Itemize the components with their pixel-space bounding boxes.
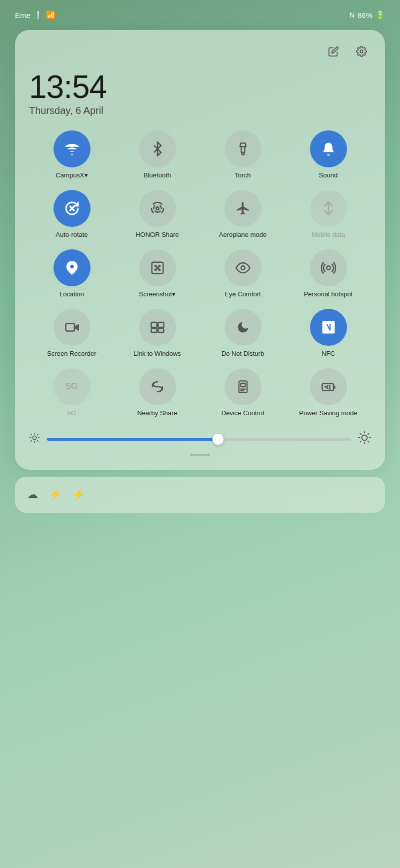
location-tile-icon: [54, 249, 90, 286]
devicecontrol-tile-label: Device Control: [222, 409, 264, 418]
svg-point-8: [70, 265, 74, 269]
5g-tile-icon: 5G: [54, 368, 90, 405]
svg-point-14: [158, 265, 160, 267]
svg-point-1: [71, 154, 72, 155]
svg-point-40: [362, 435, 368, 441]
rotate-icon: [64, 200, 80, 216]
tile-eyecomfort[interactable]: Eye Comfort: [200, 249, 286, 299]
screenshot-tile-label: Screenshot▾: [139, 290, 176, 299]
5g-tile-label: 5G: [68, 409, 76, 418]
tile-powersaving[interactable]: Power Saving mode: [286, 368, 371, 418]
powersaving-icon: [321, 379, 336, 394]
svg-point-16: [241, 266, 245, 270]
tile-honorshare[interactable]: HONOR Share: [114, 190, 200, 239]
nearbyshare-tile-label: Nearby Share: [137, 409, 177, 418]
wifi-tile-icon: [54, 130, 90, 167]
eyecomfort-tile-label: Eye Comfort: [224, 290, 260, 299]
tile-sound[interactable]: Sound: [286, 130, 371, 180]
hotspot-tile-icon: [310, 249, 347, 286]
sound-tile-icon: [310, 130, 347, 167]
aeroplane-tile-label: Aeroplane mode: [219, 231, 266, 239]
cloud-icon: ☁: [27, 488, 38, 501]
svg-point-13: [158, 269, 160, 270]
eyecomfort-tile-icon: [224, 249, 262, 286]
gear-icon: [356, 46, 367, 57]
notification-panel: 13:54 Thursday, 6 April CampusX▾: [15, 30, 385, 470]
hotspot-tile-label: Personal hotspot: [304, 290, 353, 299]
screenrecorder-tile-icon: [54, 309, 90, 346]
tile-bluetooth[interactable]: Bluetooth: [114, 130, 200, 180]
nearbyshare-icon: [150, 379, 165, 394]
sound-tile-label: Sound: [319, 171, 338, 180]
settings-button[interactable]: [352, 42, 371, 61]
tile-nfc[interactable]: NFC: [286, 309, 371, 358]
nfc-tile-icon: [310, 309, 347, 346]
tile-devicecontrol[interactable]: Device Control: [200, 368, 286, 418]
honorshare-tile-icon: [139, 190, 176, 227]
devicecontrol-icon: [236, 380, 250, 394]
usb-icon-2: ⚡: [72, 488, 85, 501]
tile-autorotate[interactable]: Auto-rotate: [29, 190, 114, 239]
panel-header: [29, 42, 371, 61]
svg-rect-2: [241, 146, 244, 152]
svg-rect-19: [151, 322, 156, 327]
svg-rect-18: [66, 323, 74, 331]
plane-icon: [236, 201, 250, 216]
svg-point-6: [156, 207, 158, 209]
tile-nearbyshare[interactable]: Nearby Share: [114, 368, 200, 418]
tile-5g[interactable]: 5G 5G: [29, 368, 114, 418]
brightness-control[interactable]: [29, 431, 371, 447]
autorotate-tile-label: Auto-rotate: [56, 231, 88, 239]
share-waves-icon: [150, 200, 166, 216]
tile-torch[interactable]: Torch: [200, 130, 286, 180]
nfc-icon: [321, 320, 336, 335]
honorshare-tile-label: HONOR Share: [136, 231, 179, 239]
donotdisturb-tile-icon: [224, 309, 262, 346]
tile-aeroplane[interactable]: Aeroplane mode: [200, 190, 286, 239]
screenrec-icon: [64, 320, 80, 335]
svg-rect-28: [322, 383, 334, 390]
brightness-thumb[interactable]: [212, 434, 224, 445]
clock-display: 13:54: [29, 71, 371, 103]
eye-icon: [236, 260, 250, 275]
bluetooth-tile-label: Bluetooth: [144, 171, 171, 180]
tile-screenrecorder[interactable]: Screen Recorder: [29, 309, 114, 358]
tile-wifi[interactable]: CampusX▾: [29, 130, 114, 180]
moon-icon: [236, 320, 250, 334]
battery-icon: 🔋: [376, 10, 385, 19]
svg-line-39: [38, 434, 38, 435]
tile-linktowindows[interactable]: Link to Windows: [114, 309, 200, 358]
swipe-handle: [190, 454, 210, 456]
nearbyshare-tile-icon: [139, 368, 176, 405]
mobiledata-tile-icon: [310, 190, 347, 227]
svg-line-34: [31, 434, 32, 435]
brightness-track[interactable]: [47, 438, 351, 441]
svg-point-15: [155, 269, 156, 270]
svg-line-44: [368, 441, 369, 442]
status-right: N 86% 🔋: [350, 10, 385, 19]
location-tile-label: Location: [60, 290, 84, 299]
svg-point-31: [32, 436, 36, 440]
tile-screenshot[interactable]: Screenshot▾: [114, 249, 200, 299]
bottom-status-bar: ☁ ⚡ ⚡: [15, 477, 385, 513]
screenshot-tile-icon: [139, 249, 176, 286]
svg-rect-25: [240, 383, 245, 387]
tile-location[interactable]: Location: [29, 249, 114, 299]
brightness-low-icon: [29, 432, 40, 446]
torch-tile-label: Torch: [235, 171, 251, 180]
quick-settings-grid: CampusX▾ Bluetooth Torch: [29, 130, 371, 417]
mobiledata-icon: [321, 201, 336, 216]
location-icon: [64, 260, 80, 275]
donotdisturb-tile-label: Do Not Disturb: [222, 350, 264, 358]
svg-rect-22: [158, 328, 164, 332]
date-display: Thursday, 6 April: [29, 105, 371, 116]
5g-text: 5G: [66, 381, 78, 392]
tile-hotspot[interactable]: Personal hotspot: [286, 249, 371, 299]
tile-mobiledata[interactable]: Mobile data: [286, 190, 371, 239]
mobiledata-tile-label: Mobile data: [312, 231, 345, 239]
edit-button[interactable]: [324, 42, 343, 61]
svg-line-43: [360, 434, 362, 435]
tile-donotdisturb[interactable]: Do Not Disturb: [200, 309, 286, 358]
status-left: Eme ❕ 📶: [15, 10, 56, 19]
torch-tile-icon: [224, 130, 262, 167]
